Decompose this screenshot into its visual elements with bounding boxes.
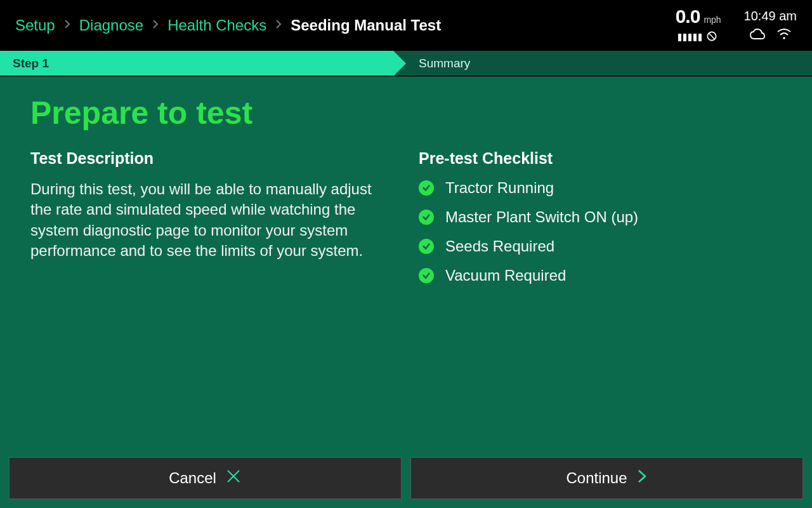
speed-value: 0.0 bbox=[676, 6, 700, 27]
signal-bars-icon bbox=[678, 34, 702, 41]
main-content: Prepare to test Test Description During … bbox=[0, 76, 812, 451]
checklist-item-label: Seeds Required bbox=[445, 237, 554, 255]
step-tabs: Step 1 Summary bbox=[0, 51, 812, 76]
chevron-right-icon bbox=[64, 19, 70, 32]
footer-actions: Cancel Continue bbox=[0, 451, 812, 508]
description-body: During this test, you will be able to ma… bbox=[30, 179, 386, 262]
check-icon bbox=[419, 239, 434, 254]
satellite-icon bbox=[705, 30, 718, 45]
clock-time: 10:49 am bbox=[744, 9, 797, 23]
checklist-item-label: Master Plant Switch ON (up) bbox=[445, 208, 638, 226]
description-column: Test Description During this test, you w… bbox=[30, 149, 393, 296]
checklist-item: Vacuum Required bbox=[419, 267, 782, 284]
checklist-item: Seeds Required bbox=[419, 237, 782, 255]
cloud-icon bbox=[749, 29, 766, 43]
breadcrumb-health-checks[interactable]: Health Checks bbox=[167, 17, 266, 34]
checklist: Tractor Running Master Plant Switch ON (… bbox=[419, 179, 782, 284]
checklist-column: Pre-test Checklist Tractor Running Maste… bbox=[419, 149, 782, 296]
wifi-icon bbox=[777, 29, 791, 43]
svg-point-1 bbox=[783, 37, 785, 39]
chevron-right-icon bbox=[636, 468, 648, 488]
checklist-item: Master Plant Switch ON (up) bbox=[419, 208, 782, 226]
step-tab-label: Step 1 bbox=[13, 57, 49, 70]
checklist-item-label: Vacuum Required bbox=[445, 267, 566, 284]
checklist-item: Tractor Running bbox=[419, 179, 782, 197]
page-title: Prepare to test bbox=[30, 95, 782, 131]
breadcrumb-setup[interactable]: Setup bbox=[15, 17, 55, 34]
breadcrumb-current: Seeding Manual Test bbox=[291, 17, 441, 34]
checklist-heading: Pre-test Checklist bbox=[419, 149, 782, 168]
top-bar: Setup Diagnose Health Checks Seeding Man… bbox=[0, 0, 812, 51]
check-icon bbox=[419, 180, 434, 196]
step-tab-summary[interactable]: Summary bbox=[393, 51, 483, 76]
cancel-button-label: Cancel bbox=[169, 469, 216, 487]
chevron-right-icon bbox=[275, 19, 282, 32]
continue-button-label: Continue bbox=[566, 469, 627, 487]
chevron-right-icon bbox=[152, 19, 159, 32]
speed-indicator: 0.0 mph bbox=[676, 6, 721, 45]
breadcrumb: Setup Diagnose Health Checks Seeding Man… bbox=[15, 17, 441, 34]
continue-button[interactable]: Continue bbox=[410, 457, 803, 499]
breadcrumb-diagnose[interactable]: Diagnose bbox=[79, 17, 143, 34]
step-tab-1[interactable]: Step 1 bbox=[0, 51, 393, 76]
time-indicator: 10:49 am bbox=[744, 9, 797, 43]
speed-unit: mph bbox=[704, 15, 721, 25]
close-icon bbox=[225, 468, 242, 488]
status-area: 0.0 mph 10:49 am bbox=[676, 6, 797, 45]
checklist-item-label: Tractor Running bbox=[445, 179, 554, 197]
check-icon bbox=[419, 268, 434, 283]
cancel-button[interactable]: Cancel bbox=[9, 457, 402, 499]
description-heading: Test Description bbox=[30, 149, 393, 168]
step-tab-label: Summary bbox=[419, 57, 470, 70]
check-icon bbox=[419, 210, 434, 225]
